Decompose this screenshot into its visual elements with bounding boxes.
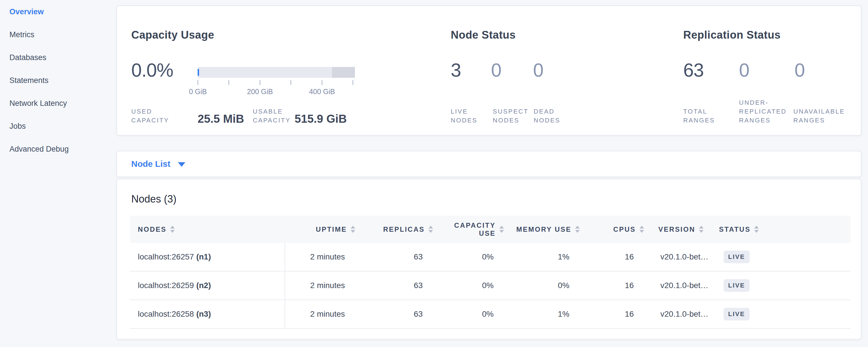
- under-replicated-ranges-count: 0: [739, 59, 749, 81]
- sidebar-item-advanced-debug[interactable]: Advanced Debug: [0, 137, 115, 160]
- status-cell: LIVE: [716, 272, 850, 299]
- sort-icon[interactable]: [754, 226, 759, 233]
- axis-tick: [353, 80, 353, 85]
- node-address-cell[interactable]: localhost:26258 (n3): [130, 300, 285, 328]
- usable-capacity-value: 515.9 GiB: [294, 113, 347, 125]
- column-header-label: MEMORY USE: [516, 225, 571, 233]
- node-status-title: Node Status: [451, 29, 516, 41]
- sidebar-item-network-latency[interactable]: Network Latency: [0, 92, 115, 115]
- used-capacity-label: USED CAPACITY: [131, 107, 177, 125]
- capacity-use-cell: 0%: [433, 243, 504, 271]
- column-header-version[interactable]: VERSION: [644, 216, 716, 243]
- axis-label-0gib: 0 GiB: [175, 88, 221, 96]
- version-cell: v20.1.0-bet…: [644, 300, 716, 328]
- uptime-cell: 2 minutes: [285, 272, 355, 299]
- column-header-nodes[interactable]: NODES: [130, 216, 285, 243]
- column-header-memory-use[interactable]: MEMORY USE: [504, 216, 580, 243]
- status-cell: LIVE: [716, 243, 850, 271]
- used-capacity-value: 25.5 MiB: [197, 113, 244, 125]
- column-header-cpus[interactable]: CPUS: [580, 216, 644, 243]
- total-ranges-count: 63: [683, 59, 704, 81]
- axis-tick: [322, 80, 322, 85]
- sidebar-item-statements[interactable]: Statements: [0, 69, 115, 92]
- capacity-use-cell: 0%: [433, 300, 504, 328]
- node-list-dropdown[interactable]: Node List: [131, 159, 170, 169]
- sidebar-item-metrics[interactable]: Metrics: [0, 23, 115, 46]
- dead-nodes-count: 0: [533, 59, 544, 81]
- sort-icon[interactable]: [351, 226, 355, 233]
- sort-icon[interactable]: [170, 226, 175, 233]
- under-replicated-ranges-label: UNDER-REPLICATED RANGES: [739, 98, 792, 125]
- node-address-cell[interactable]: localhost:26259 (n2): [130, 272, 285, 299]
- dead-nodes-label: DEAD NODES: [534, 107, 565, 125]
- table-row[interactable]: localhost:26258 (n3) 2 minutes 63 0% 1% …: [130, 300, 850, 329]
- total-ranges-label: TOTAL RANGES: [683, 107, 715, 125]
- uptime-cell: 2 minutes: [285, 243, 355, 271]
- status-badge: LIVE: [723, 279, 750, 292]
- column-header-capacity-use[interactable]: CAPACITY USE: [433, 216, 504, 243]
- uptime-cell: 2 minutes: [285, 300, 355, 328]
- nodes-heading: Nodes (3): [131, 193, 177, 205]
- axis-tick: [290, 80, 291, 85]
- sort-icon[interactable]: [575, 226, 580, 233]
- column-header-label: VERSION: [658, 225, 695, 233]
- capacity-bar-chart: [197, 67, 355, 78]
- version-cell: v20.1.0-bet…: [644, 243, 716, 271]
- live-nodes-label: LIVE NODES: [451, 107, 479, 125]
- node-name: (n1): [196, 252, 211, 261]
- nodes-table: NODES UPTIME REPLICAS CAPACITY USE MEMOR…: [130, 216, 850, 329]
- sort-icon[interactable]: [428, 226, 433, 233]
- axis-tick: [228, 80, 229, 85]
- node-name: (n3): [196, 310, 211, 319]
- status-cell: LIVE: [716, 300, 850, 328]
- cpus-cell: 16: [580, 272, 644, 299]
- column-header-uptime[interactable]: UPTIME: [285, 216, 355, 243]
- version-cell: v20.1.0-bet…: [644, 272, 716, 299]
- node-status-panel: Node Status 3 0 0 LIVE NODES SUSPECT NOD…: [451, 6, 680, 135]
- sidebar: Overview Metrics Databases Statements Ne…: [0, 0, 115, 347]
- memory-use-cell: 0%: [504, 272, 580, 299]
- column-header-label: REPLICAS: [383, 225, 425, 233]
- chevron-down-icon[interactable]: [178, 162, 185, 167]
- unavailable-ranges-count: 0: [795, 59, 805, 81]
- replication-status-panel: Replication Status 63 0 0 TOTAL RANGES U…: [683, 6, 855, 135]
- table-row[interactable]: localhost:26259 (n2) 2 minutes 63 0% 0% …: [130, 272, 850, 300]
- nodes-table-header: NODES UPTIME REPLICAS CAPACITY USE MEMOR…: [130, 216, 850, 243]
- view-selector-card: Node List: [116, 151, 861, 177]
- node-address: localhost:26258: [138, 310, 194, 319]
- sidebar-item-overview[interactable]: Overview: [0, 0, 115, 23]
- column-header-label: CPUS: [613, 225, 636, 233]
- column-header-label: CAPACITY USE: [453, 221, 496, 238]
- column-header-replicas[interactable]: REPLICAS: [355, 216, 433, 243]
- axis-tick: [260, 80, 260, 85]
- replicas-cell: 63: [355, 272, 433, 299]
- node-address: localhost:26257: [138, 252, 194, 261]
- sort-icon[interactable]: [640, 226, 644, 233]
- capacity-use-cell: 0%: [433, 272, 504, 299]
- live-nodes-count: 3: [451, 59, 461, 81]
- usable-capacity-label: USABLE CAPACITY: [253, 107, 299, 125]
- column-header-label: NODES: [138, 225, 166, 233]
- sidebar-item-jobs[interactable]: Jobs: [0, 115, 115, 137]
- axis-label-200gib: 200 GiB: [237, 88, 283, 96]
- replicas-cell: 63: [355, 300, 433, 328]
- column-header-label: UPTIME: [316, 225, 347, 233]
- axis-label-400gib: 400 GiB: [299, 88, 345, 96]
- suspect-nodes-label: SUSPECT NODES: [493, 107, 533, 125]
- nodes-table-card: Nodes (3) NODES UPTIME REPLICAS CAPACITY…: [116, 179, 861, 340]
- capacity-bar-other-segment: [332, 67, 355, 78]
- suspect-nodes-count: 0: [491, 59, 501, 81]
- node-address-cell[interactable]: localhost:26257 (n1): [130, 243, 285, 271]
- capacity-usage-title: Capacity Usage: [131, 29, 214, 41]
- sort-icon[interactable]: [499, 226, 504, 233]
- sort-icon[interactable]: [699, 226, 704, 233]
- table-row[interactable]: localhost:26257 (n1) 2 minutes 63 0% 1% …: [130, 243, 850, 272]
- replicas-cell: 63: [355, 243, 433, 271]
- sidebar-item-databases[interactable]: Databases: [0, 46, 115, 69]
- capacity-bar-used-indicator: [197, 69, 199, 76]
- node-name: (n2): [196, 281, 211, 290]
- replication-status-title: Replication Status: [683, 29, 781, 41]
- cluster-summary-card: Capacity Usage 0.0% 0 GiB 200 GiB 400 Gi…: [116, 5, 861, 135]
- column-header-status[interactable]: STATUS: [716, 216, 850, 243]
- column-header-label: STATUS: [719, 225, 750, 233]
